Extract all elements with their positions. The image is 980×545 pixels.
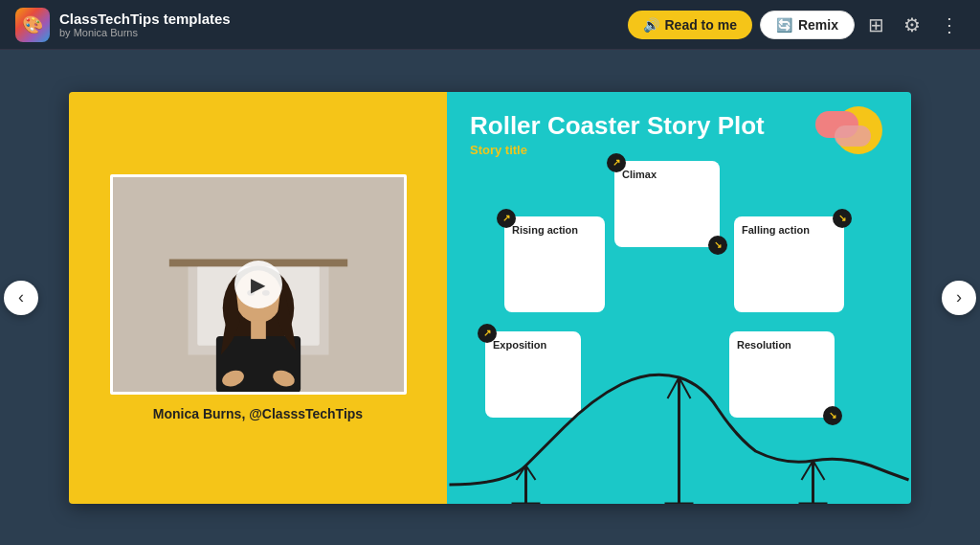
grid-icon: ⊞ (868, 13, 884, 36)
exposition-arrow-tl: ↗ (478, 324, 497, 343)
app-title-block: ClassTechTips templates by Monica Burns (59, 11, 231, 38)
rising-action-label: Rising action (512, 224, 597, 236)
slide-container: ▶ Monica Burns, @ClasssTechTips Roller C… (69, 92, 911, 504)
next-nav-button[interactable]: › (942, 281, 976, 315)
remix-label: Remix (798, 17, 838, 33)
video-caption: Monica Burns, @ClasssTechTips (153, 406, 363, 421)
story-subtitle-label: Story title (470, 143, 888, 157)
resolution-label: Resolution (737, 339, 827, 351)
read-to-me-label: Read to me (665, 17, 737, 33)
header-left: 🎨 ClassTechTips templates by Monica Burn… (15, 8, 231, 42)
app-subtitle: by Monica Burns (59, 27, 231, 38)
cloud2-decoration (835, 125, 871, 147)
climax-arrow-br: ↘ (708, 236, 727, 255)
read-to-me-button[interactable]: 🔊 Read to me (628, 11, 752, 39)
left-panel: ▶ Monica Burns, @ClasssTechTips (69, 92, 447, 504)
chevron-right-icon: › (956, 287, 962, 307)
app-title: ClassTechTips templates (59, 11, 231, 27)
falling-arrow-tr: ↘ (833, 209, 852, 228)
track-svg (447, 370, 911, 504)
prev-nav-button[interactable]: ‹ (4, 281, 38, 315)
svg-line-23 (813, 461, 825, 480)
header: 🎨 ClassTechTips templates by Monica Burn… (0, 0, 980, 50)
remix-icon: 🔄 (776, 17, 792, 33)
climax-label: Climax (622, 169, 712, 180)
climax-arrow-tl: ↗ (607, 153, 626, 172)
settings-button[interactable]: ⚙ (898, 10, 926, 40)
grid-button[interactable]: ⊞ (862, 10, 890, 40)
exposition-label: Exposition (493, 339, 573, 351)
climax-card: ↗ ↘ Climax (614, 161, 720, 247)
remix-button[interactable]: 🔄 Remix (760, 11, 855, 39)
play-button[interactable]: ▶ (234, 261, 282, 308)
video-frame: ▶ (110, 174, 407, 395)
main-content: ‹ (0, 50, 980, 545)
rising-action-card: ↗ Rising action (504, 216, 605, 312)
app-icon: 🎨 (15, 8, 50, 42)
read-icon: 🔊 (643, 17, 659, 33)
more-icon: ⋮ (940, 13, 959, 36)
header-right: 🔊 Read to me 🔄 Remix ⊞ ⚙ ⋮ (628, 10, 966, 40)
chevron-left-icon: ‹ (18, 287, 24, 307)
svg-line-18 (668, 377, 679, 398)
right-panel: Roller Coaster Story Plot Story title ↗ … (447, 92, 911, 504)
svg-line-22 (802, 461, 813, 480)
rising-arrow-tl: ↗ (497, 209, 516, 228)
falling-action-card: ↘ Falling action (734, 216, 844, 312)
falling-action-label: Falling action (742, 224, 836, 236)
svg-rect-7 (251, 320, 266, 339)
gear-icon: ⚙ (903, 13, 921, 36)
more-button[interactable]: ⋮ (934, 10, 965, 40)
